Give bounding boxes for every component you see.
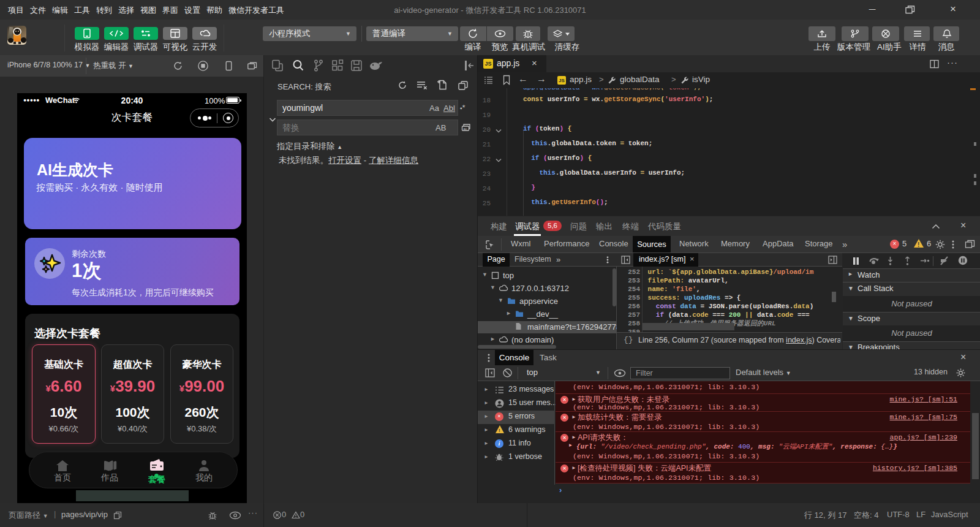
svg-text:ac: ac (464, 127, 467, 131)
